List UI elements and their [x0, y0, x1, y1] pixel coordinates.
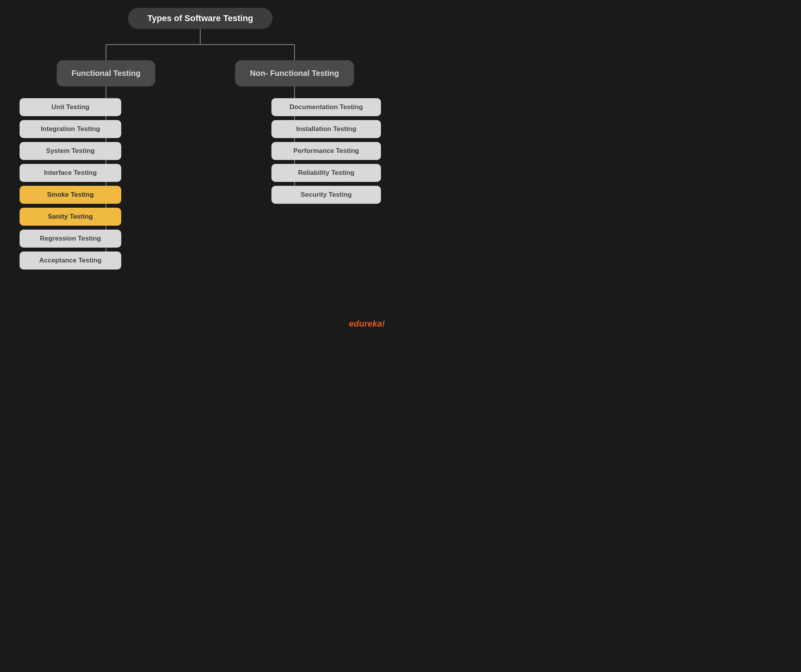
left-leaf-0: Unit Testing — [20, 98, 121, 116]
right-leaf-2: Performance Testing — [271, 142, 381, 160]
left-leaf-7: Acceptance Testing — [20, 252, 121, 270]
left-leaf-6: Regression Testing — [20, 230, 121, 248]
root-node: Types of Software Testing — [128, 8, 273, 29]
right-leaf-4: Security Testing — [271, 186, 381, 204]
brand-logo: edureka! — [349, 319, 385, 329]
left-leaf-2: System Testing — [20, 142, 121, 160]
left-leaf-3: Interface Testing — [20, 164, 121, 182]
left-leaf-1: Integration Testing — [20, 120, 121, 138]
diagram: Types of Software Testing Functional Tes… — [0, 0, 400, 336]
left-leaf-5: Sanity Testing — [20, 208, 121, 226]
right-leaf-0: Documentation Testing — [271, 98, 381, 116]
functional-testing-node: Functional Testing — [57, 60, 155, 86]
left-leaf-4: Smoke Testing — [20, 186, 121, 204]
non-functional-testing-node: Non- Functional Testing — [235, 60, 354, 86]
right-leaf-1: Installation Testing — [271, 120, 381, 138]
right-leaf-3: Reliability Testing — [271, 164, 381, 182]
